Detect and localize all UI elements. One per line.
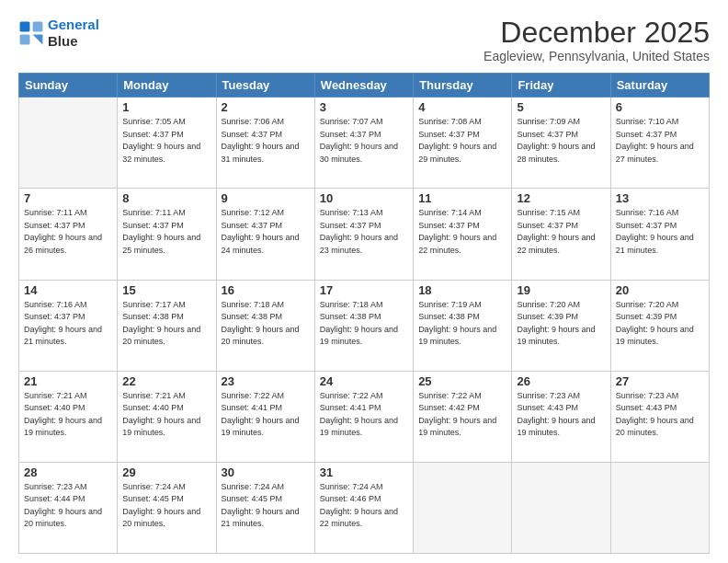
day-info: Sunrise: 7:15 AMSunset: 4:37 PMDaylight:… [517,207,605,257]
day-info: Sunrise: 7:23 AMSunset: 4:43 PMDaylight:… [517,390,605,440]
day-info: Sunrise: 7:12 AMSunset: 4:37 PMDaylight:… [222,207,310,257]
day-info: Sunrise: 7:22 AMSunset: 4:42 PMDaylight:… [418,390,506,440]
day-info: Sunrise: 7:05 AMSunset: 4:37 PMDaylight:… [122,116,210,166]
header: General Blue December 2025 Eagleview, Pe… [18,17,710,63]
day-number: 1 [122,100,210,114]
day-number: 31 [320,465,408,479]
calendar-cell [414,462,512,553]
weekday-header-row: SundayMondayTuesdayWednesdayThursdayFrid… [19,74,710,98]
day-info: Sunrise: 7:11 AMSunset: 4:37 PMDaylight:… [122,207,210,257]
calendar-cell: 18Sunrise: 7:19 AMSunset: 4:38 PMDayligh… [414,280,512,371]
day-info: Sunrise: 7:22 AMSunset: 4:41 PMDaylight:… [222,390,310,440]
day-number: 20 [616,283,704,297]
logo: General Blue [18,17,99,50]
day-info: Sunrise: 7:23 AMSunset: 4:43 PMDaylight:… [616,390,704,440]
calendar-cell: 4Sunrise: 7:08 AMSunset: 4:37 PMDaylight… [414,98,512,189]
svg-marker-3 [33,35,43,45]
day-number: 19 [517,283,605,297]
day-number: 28 [24,465,112,479]
day-number: 10 [320,191,408,205]
day-number: 29 [122,465,210,479]
calendar-cell: 16Sunrise: 7:18 AMSunset: 4:38 PMDayligh… [216,280,314,371]
calendar-week-row: 1Sunrise: 7:05 AMSunset: 4:37 PMDaylight… [19,98,710,189]
logo-icon [18,20,44,46]
day-number: 27 [616,374,704,388]
calendar-cell: 9Sunrise: 7:12 AMSunset: 4:37 PMDaylight… [216,189,314,280]
calendar-cell: 19Sunrise: 7:20 AMSunset: 4:39 PMDayligh… [512,280,610,371]
calendar-cell: 6Sunrise: 7:10 AMSunset: 4:37 PMDaylight… [610,98,709,189]
weekday-header-sunday: Sunday [19,74,118,98]
day-number: 18 [418,283,506,297]
calendar-cell: 30Sunrise: 7:24 AMSunset: 4:45 PMDayligh… [216,462,314,553]
calendar: SundayMondayTuesdayWednesdayThursdayFrid… [18,73,710,554]
day-info: Sunrise: 7:16 AMSunset: 4:37 PMDaylight:… [24,299,112,349]
calendar-cell: 27Sunrise: 7:23 AMSunset: 4:43 PMDayligh… [610,371,709,462]
day-number: 2 [222,100,310,114]
calendar-cell: 21Sunrise: 7:21 AMSunset: 4:40 PMDayligh… [19,371,118,462]
logo-text: General Blue [48,17,99,50]
calendar-cell: 28Sunrise: 7:23 AMSunset: 4:44 PMDayligh… [19,462,118,553]
page: General Blue December 2025 Eagleview, Pe… [0,0,728,563]
day-info: Sunrise: 7:18 AMSunset: 4:38 PMDaylight:… [222,299,310,349]
day-number: 24 [320,374,408,388]
calendar-cell: 20Sunrise: 7:20 AMSunset: 4:39 PMDayligh… [610,280,709,371]
day-number: 23 [222,374,310,388]
day-info: Sunrise: 7:19 AMSunset: 4:38 PMDaylight:… [418,299,506,349]
calendar-week-row: 7Sunrise: 7:11 AMSunset: 4:37 PMDaylight… [19,189,710,280]
calendar-cell: 5Sunrise: 7:09 AMSunset: 4:37 PMDaylight… [512,98,610,189]
day-info: Sunrise: 7:23 AMSunset: 4:44 PMDaylight:… [24,481,112,531]
day-number: 9 [222,191,310,205]
day-info: Sunrise: 7:08 AMSunset: 4:37 PMDaylight:… [418,116,506,166]
day-number: 11 [418,191,506,205]
day-number: 17 [320,283,408,297]
weekday-header-thursday: Thursday [414,74,512,98]
logo-line1: General [48,17,99,32]
day-number: 21 [24,374,112,388]
month-title: December 2025 [483,17,710,49]
day-number: 6 [616,100,704,114]
day-info: Sunrise: 7:21 AMSunset: 4:40 PMDaylight:… [24,390,112,440]
calendar-week-row: 21Sunrise: 7:21 AMSunset: 4:40 PMDayligh… [19,371,710,462]
calendar-cell: 1Sunrise: 7:05 AMSunset: 4:37 PMDaylight… [118,98,216,189]
day-number: 4 [418,100,506,114]
weekday-header-saturday: Saturday [610,74,709,98]
calendar-cell: 7Sunrise: 7:11 AMSunset: 4:37 PMDaylight… [19,189,118,280]
day-number: 15 [122,283,210,297]
calendar-cell: 12Sunrise: 7:15 AMSunset: 4:37 PMDayligh… [512,189,610,280]
day-number: 26 [517,374,605,388]
day-info: Sunrise: 7:22 AMSunset: 4:41 PMDaylight:… [320,390,408,440]
day-number: 16 [222,283,310,297]
calendar-cell: 15Sunrise: 7:17 AMSunset: 4:38 PMDayligh… [118,280,216,371]
title-section: December 2025 Eagleview, Pennsylvania, U… [483,17,710,63]
day-info: Sunrise: 7:18 AMSunset: 4:38 PMDaylight:… [320,299,408,349]
weekday-header-tuesday: Tuesday [216,74,314,98]
svg-rect-2 [20,35,30,45]
day-info: Sunrise: 7:10 AMSunset: 4:37 PMDaylight:… [616,116,704,166]
calendar-cell: 11Sunrise: 7:14 AMSunset: 4:37 PMDayligh… [414,189,512,280]
day-number: 5 [517,100,605,114]
day-info: Sunrise: 7:24 AMSunset: 4:45 PMDaylight:… [122,481,210,531]
calendar-cell: 24Sunrise: 7:22 AMSunset: 4:41 PMDayligh… [314,371,413,462]
calendar-cell: 2Sunrise: 7:06 AMSunset: 4:37 PMDaylight… [216,98,314,189]
day-number: 12 [517,191,605,205]
svg-rect-1 [33,22,43,32]
day-info: Sunrise: 7:20 AMSunset: 4:39 PMDaylight:… [616,299,704,349]
weekday-header-wednesday: Wednesday [314,74,413,98]
logo-line2: Blue [48,33,99,50]
day-info: Sunrise: 7:17 AMSunset: 4:38 PMDaylight:… [122,299,210,349]
day-number: 30 [222,465,310,479]
calendar-cell: 29Sunrise: 7:24 AMSunset: 4:45 PMDayligh… [118,462,216,553]
day-info: Sunrise: 7:14 AMSunset: 4:37 PMDaylight:… [418,207,506,257]
weekday-header-friday: Friday [512,74,610,98]
calendar-cell: 14Sunrise: 7:16 AMSunset: 4:37 PMDayligh… [19,280,118,371]
calendar-body: 1Sunrise: 7:05 AMSunset: 4:37 PMDaylight… [19,98,710,554]
day-info: Sunrise: 7:24 AMSunset: 4:46 PMDaylight:… [320,481,408,531]
calendar-cell: 23Sunrise: 7:22 AMSunset: 4:41 PMDayligh… [216,371,314,462]
day-number: 8 [122,191,210,205]
svg-rect-0 [20,22,30,32]
calendar-week-row: 28Sunrise: 7:23 AMSunset: 4:44 PMDayligh… [19,462,710,553]
calendar-week-row: 14Sunrise: 7:16 AMSunset: 4:37 PMDayligh… [19,280,710,371]
day-info: Sunrise: 7:20 AMSunset: 4:39 PMDaylight:… [517,299,605,349]
weekday-header-monday: Monday [118,74,216,98]
calendar-cell [19,98,118,189]
